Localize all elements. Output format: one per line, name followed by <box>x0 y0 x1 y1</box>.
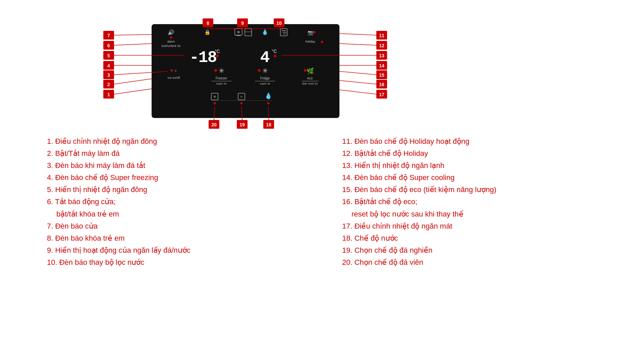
svg-text:💧: 💧 <box>265 92 272 100</box>
desc-item-10: 10. Đèn báo thay bộ lọc nước <box>47 257 329 268</box>
svg-text:9: 9 <box>241 20 244 26</box>
svg-text:°C: °C <box>215 49 220 54</box>
svg-rect-6 <box>236 35 240 36</box>
svg-point-24 <box>216 55 219 57</box>
svg-line-114 <box>268 107 269 120</box>
desc-item-5: 5. Hiển thị nhiệt độ ngăn đông <box>47 184 329 195</box>
svg-text:15: 15 <box>379 72 384 78</box>
svg-text:5: 5 <box>107 53 110 58</box>
desc-item-19: 19. Chọn chế độ đá nghiền <box>342 245 624 256</box>
svg-point-19 <box>321 41 323 43</box>
svg-text:lock/unlock 3s: lock/unlock 3s <box>162 44 181 48</box>
desc-item-2: 2. Bật/Tắt máy làm đá <box>47 148 329 159</box>
svg-text:Freezer: Freezer <box>216 76 227 80</box>
svg-text:6: 6 <box>107 43 110 48</box>
svg-text:20: 20 <box>211 122 217 127</box>
desc-item-11: 11. Đèn báo chế độ Holiday hoạt động <box>342 136 624 147</box>
svg-point-26 <box>171 69 173 72</box>
svg-text:17: 17 <box>379 92 384 97</box>
svg-text:-18: -18 <box>190 49 217 67</box>
svg-text:≡: ≡ <box>240 95 243 99</box>
svg-text:✳: ✳ <box>219 67 224 74</box>
svg-text:ice on/off: ice on/off <box>168 76 180 79</box>
svg-text:alarm: alarm <box>167 40 175 43</box>
desc-item-3: 3. Đèn báo khi máy làm đá tắt <box>47 160 329 171</box>
svg-text:°C: °C <box>272 49 277 54</box>
svg-text:18: 18 <box>266 122 271 127</box>
svg-text:16: 16 <box>379 82 384 87</box>
svg-text:10: 10 <box>276 20 282 26</box>
svg-text:19: 19 <box>239 122 245 127</box>
desc-item-13: 13. Hiển thị nhiệt độ ngăn lạnh <box>342 160 624 171</box>
svg-text:filter reset 3s: filter reset 3s <box>302 82 318 85</box>
descriptions-area: 1. Điều chỉnh nhiệt độ ngăn đông 2. Bật/… <box>47 136 624 269</box>
desc-item-6: 6. Tắt báo động cửa; <box>47 196 329 207</box>
desc-item-15: 15. Đèn báo chế độ eco (tiết kiệm năng l… <box>342 184 624 195</box>
svg-text:13: 13 <box>379 53 384 58</box>
svg-text:🔊: 🔊 <box>168 29 174 36</box>
svg-point-46 <box>214 102 216 105</box>
svg-text:🌿: 🌿 <box>307 67 314 75</box>
svg-point-49 <box>240 102 243 105</box>
svg-line-88 <box>339 71 376 75</box>
svg-text:7: 7 <box>107 33 110 38</box>
svg-text:2: 2 <box>107 82 110 87</box>
svg-text:super 3s: super 3s <box>216 82 227 85</box>
svg-text:1: 1 <box>107 92 110 97</box>
svg-text:12: 12 <box>379 43 384 48</box>
svg-text:4: 4 <box>260 49 270 67</box>
desc-item-6b: bật/tắt khóa trẻ em <box>47 208 329 220</box>
desc-item-9: 9. Hiển thị hoạt động của ngăn lấy đá/nư… <box>47 245 329 256</box>
svg-point-51 <box>267 102 270 105</box>
svg-line-91 <box>339 80 376 84</box>
svg-point-25 <box>274 55 276 57</box>
svg-line-70 <box>114 79 152 84</box>
desc-column-right: 11. Đèn báo chế độ Holiday hoạt động 12.… <box>342 136 624 269</box>
svg-line-79 <box>339 44 376 45</box>
svg-text:11: 11 <box>379 33 384 38</box>
desc-item-14: 14. Đèn báo chế độ Super cooling <box>342 172 624 183</box>
svg-text:💧: 💧 <box>262 29 268 35</box>
svg-point-31 <box>258 69 261 72</box>
svg-line-58 <box>114 44 152 45</box>
svg-text:4: 4 <box>107 63 110 68</box>
desc-item-20: 20. Chọn chế độ đá viên <box>342 257 624 268</box>
svg-text:3: 3 <box>107 72 110 78</box>
svg-point-29 <box>214 69 217 72</box>
desc-item-7: 7. Đèn báo cửa <box>47 221 329 232</box>
svg-text:eco: eco <box>307 76 313 80</box>
svg-text:❄: ❄ <box>237 30 240 35</box>
svg-line-76 <box>339 34 376 35</box>
page-container: 🔊 🔒 ❄ 💧 📷 alarm lock/unlock 3s holiday <box>0 0 644 362</box>
svg-point-15 <box>313 31 316 34</box>
svg-point-2 <box>170 37 172 39</box>
svg-text:super 3s: super 3s <box>260 82 270 85</box>
svg-text:📷: 📷 <box>308 30 314 36</box>
svg-text:❄: ❄ <box>213 95 216 99</box>
svg-text:Fridge: Fridge <box>260 76 270 80</box>
svg-line-94 <box>339 90 376 94</box>
desc-item-8: 8. Đèn báo khóa trẻ em <box>47 233 329 244</box>
desc-item-12: 12. Bật/tắt chế độ Holiday <box>342 148 624 159</box>
svg-point-33 <box>304 69 307 72</box>
desc-item-4: 4. Đèn báo chế độ Super freezing <box>47 172 329 183</box>
desc-item-1: 1. Điều chỉnh nhiệt độ ngăn đông <box>47 136 329 147</box>
svg-line-73 <box>114 89 152 94</box>
svg-text:holiday: holiday <box>306 40 315 43</box>
svg-text:8: 8 <box>207 20 209 26</box>
desc-item-18: 18. Chế độ nước <box>342 233 624 244</box>
desc-item-16b: reset bộ lọc nước sau khi thay thế <box>342 208 624 220</box>
svg-text:⚙: ⚙ <box>174 69 177 72</box>
svg-line-55 <box>114 35 152 35</box>
svg-text:✳: ✳ <box>262 67 268 74</box>
desc-item-17: 17. Điều chỉnh nhiệt độ ngăn mát <box>342 221 624 232</box>
desc-item-16: 16. Bật/tắt chế độ eco; <box>342 196 624 207</box>
svg-text:14: 14 <box>379 63 384 68</box>
desc-column-left: 1. Điều chỉnh nhiệt độ ngăn đông 2. Bật/… <box>47 136 329 269</box>
